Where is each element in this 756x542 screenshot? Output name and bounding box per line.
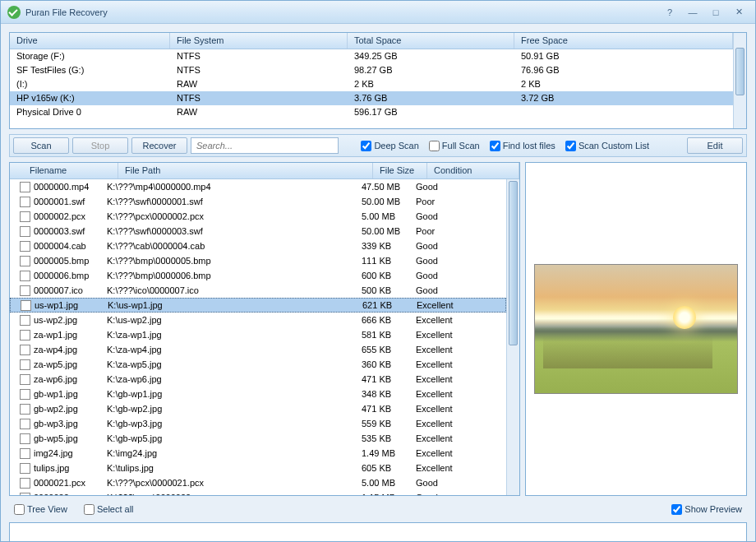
file-panel: Filename File Path File Size Condition 0…	[9, 162, 520, 496]
scan-custom-checkbox[interactable]: Scan Custom List	[565, 141, 649, 151]
drive-panel: Drive File System Total Space Free Space…	[9, 32, 747, 129]
drive-row[interactable]: Storage (F:)NTFS349.25 GB50.91 GB	[10, 49, 733, 63]
file-scrollbar[interactable]	[506, 179, 519, 495]
drive-row[interactable]: HP v165w (K:)NTFS3.76 GB3.72 GB	[10, 91, 733, 105]
toolbar: Scan Stop Recover Deep Scan Full Scan Fi…	[9, 134, 747, 157]
file-checkbox[interactable]	[20, 463, 30, 474]
recover-button[interactable]: Recover	[131, 137, 187, 154]
file-row[interactable]: gb-wp3.jpgK:\gb-wp3.jpg559 KBExcellent	[10, 416, 506, 431]
drive-row[interactable]: Physical Drive 0RAW596.17 GB	[10, 105, 733, 119]
file-checkbox[interactable]	[21, 300, 31, 311]
file-checkbox[interactable]	[20, 478, 30, 489]
scan-button[interactable]: Scan	[13, 137, 69, 154]
preview-panel	[525, 162, 747, 496]
drive-header-fs[interactable]: File System	[170, 33, 348, 49]
file-row[interactable]: 0000002.pcxK:\???\pcx\0000002.pcx5.00 MB…	[10, 209, 506, 224]
titlebar: Puran File Recovery ? — □ ✕	[1, 1, 755, 24]
file-list[interactable]: 0000000.mp4K:\???\mp4\0000000.mp447.50 M…	[10, 179, 506, 495]
file-scrollbar-thumb[interactable]	[509, 181, 518, 345]
file-header-filepath[interactable]: File Path	[118, 163, 373, 178]
drive-row[interactable]: (I:)RAW2 KB2 KB	[10, 77, 733, 91]
drive-header-total[interactable]: Total Space	[348, 33, 514, 49]
file-row[interactable]: gb-wp2.jpgK:\gb-wp2.jpg471 KBExcellent	[10, 401, 506, 416]
file-checkbox[interactable]	[20, 197, 30, 207]
drive-scrollbar[interactable]	[733, 33, 746, 128]
file-checkbox[interactable]	[20, 448, 30, 459]
edit-button[interactable]: Edit	[687, 137, 743, 154]
file-checkbox[interactable]	[20, 433, 30, 444]
select-all-checkbox[interactable]: Select all	[84, 504, 134, 515]
file-checkbox[interactable]	[20, 345, 30, 355]
file-header-condition[interactable]: Condition	[427, 163, 519, 178]
find-lost-checkbox[interactable]: Find lost files	[490, 141, 555, 151]
tree-view-checkbox[interactable]: Tree View	[14, 504, 67, 515]
file-row[interactable]: 0000000.mp4K:\???\mp4\0000000.mp447.50 M…	[10, 179, 506, 194]
maximize-button[interactable]: □	[706, 6, 726, 19]
minimize-button[interactable]: —	[683, 6, 703, 19]
drive-row[interactable]: SF TestFiles (G:)NTFS98.27 GB76.96 GB	[10, 63, 733, 77]
file-checkbox[interactable]	[20, 285, 30, 296]
drive-header-free[interactable]: Free Space	[514, 33, 733, 49]
file-header-filesize[interactable]: File Size	[373, 163, 427, 178]
app-title: Puran File Recovery	[25, 7, 108, 17]
drive-header-drive[interactable]: Drive	[10, 33, 170, 49]
file-checkbox[interactable]	[20, 359, 30, 370]
file-row[interactable]: 0000005.bmpK:\???\bmp\0000005.bmp111 KBG…	[10, 253, 506, 268]
file-checkbox[interactable]	[20, 211, 30, 222]
help-button[interactable]: ?	[660, 6, 680, 19]
file-row[interactable]: tulips.jpgK:\tulips.jpg605 KBExcellent	[10, 461, 506, 475]
file-checkbox[interactable]	[20, 404, 30, 415]
file-checkbox[interactable]	[20, 226, 30, 237]
file-row[interactable]: 0000004.cabK:\???\cab\0000004.cab339 KBG…	[10, 239, 506, 253]
file-row[interactable]: 0000021.pcxK:\???\pcx\0000021.pcx5.00 MB…	[10, 475, 506, 490]
file-row[interactable]: 0000006.bmpK:\???\bmp\0000006.bmp600 KBG…	[10, 268, 506, 283]
close-button[interactable]: ✕	[729, 6, 749, 19]
file-checkbox[interactable]	[20, 315, 30, 326]
file-row[interactable]: 0000022.mngK:\???\mng\0000022.mng1.15 MB…	[10, 490, 506, 495]
file-checkbox[interactable]	[20, 256, 30, 266]
status-panel	[9, 522, 747, 542]
drive-list[interactable]: Storage (F:)NTFS349.25 GB50.91 GBSF Test…	[10, 49, 733, 128]
file-checkbox[interactable]	[20, 271, 30, 281]
stop-button[interactable]: Stop	[72, 137, 128, 154]
deep-scan-checkbox[interactable]: Deep Scan	[361, 141, 418, 151]
bottom-bar: Tree View Select all Show Preview	[9, 501, 747, 517]
drive-scrollbar-thumb[interactable]	[735, 48, 744, 95]
file-row[interactable]: 0000001.swfK:\???\swf\0000001.swf50.00 M…	[10, 194, 506, 209]
file-checkbox[interactable]	[20, 389, 30, 400]
file-row[interactable]: gb-wp5.jpgK:\gb-wp5.jpg535 KBExcellent	[10, 431, 506, 446]
preview-image	[534, 264, 738, 394]
file-checkbox[interactable]	[20, 493, 30, 496]
show-preview-checkbox[interactable]: Show Preview	[671, 504, 742, 515]
file-header: Filename File Path File Size Condition	[10, 163, 519, 179]
file-checkbox[interactable]	[20, 330, 30, 340]
file-checkbox[interactable]	[20, 419, 30, 429]
file-row[interactable]: img24.jpgK:\img24.jpg1.49 MBExcellent	[10, 446, 506, 461]
full-scan-checkbox[interactable]: Full Scan	[429, 141, 480, 151]
file-checkbox[interactable]	[20, 182, 30, 192]
file-row[interactable]: za-wp6.jpgK:\za-wp6.jpg471 KBExcellent	[10, 372, 506, 387]
file-row[interactable]: 0000007.icoK:\???\ico\0000007.ico500 KBG…	[10, 283, 506, 298]
file-row[interactable]: gb-wp1.jpgK:\gb-wp1.jpg348 KBExcellent	[10, 387, 506, 401]
drive-header: Drive File System Total Space Free Space	[10, 33, 733, 49]
file-row[interactable]: us-wp2.jpgK:\us-wp2.jpg666 KBExcellent	[10, 313, 506, 327]
file-row[interactable]: us-wp1.jpgK:\us-wp1.jpg621 KBExcellent	[10, 298, 506, 313]
file-row[interactable]: 0000003.swfK:\???\swf\0000003.swf50.00 M…	[10, 224, 506, 239]
file-row[interactable]: za-wp4.jpgK:\za-wp4.jpg655 KBExcellent	[10, 342, 506, 357]
file-checkbox[interactable]	[20, 241, 30, 252]
file-checkbox[interactable]	[20, 374, 30, 385]
file-row[interactable]: za-wp1.jpgK:\za-wp1.jpg581 KBExcellent	[10, 327, 506, 342]
file-row[interactable]: za-wp5.jpgK:\za-wp5.jpg360 KBExcellent	[10, 357, 506, 372]
search-input[interactable]	[191, 137, 339, 154]
app-icon	[7, 6, 21, 19]
file-header-filename[interactable]: Filename	[10, 163, 118, 178]
